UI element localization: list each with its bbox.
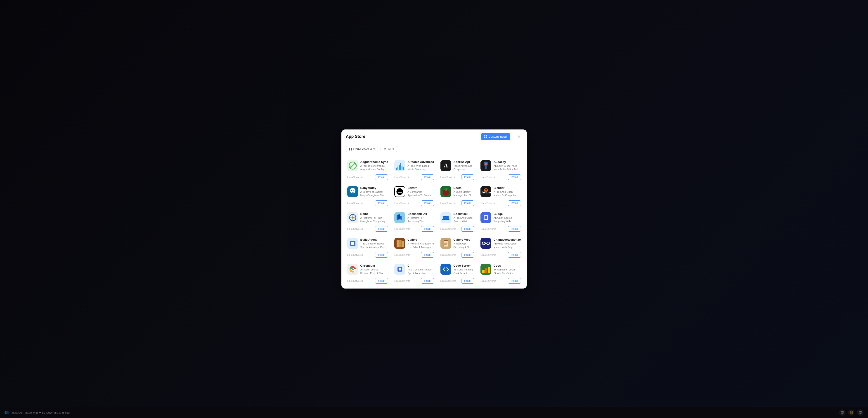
- app-info-blender: Blender A Free And Open-source 3d Comput…: [494, 186, 521, 197]
- app-desc-bookstack: A Free And Open Source Wiki Designed For…: [454, 216, 474, 223]
- app-desc-calibre-web: A Web App Providing A Clean Interface Fo…: [454, 242, 474, 249]
- svg-rect-52: [444, 240, 448, 241]
- app-footer-airsonic-advanced: LinuxServer.io Install: [394, 174, 434, 180]
- app-name-build-agent: Build Agent: [361, 238, 388, 241]
- install-button-audacity[interactable]: Install: [508, 174, 521, 180]
- app-desc-bazarr: A Companion Application To Sonarr And Ra…: [407, 190, 434, 197]
- install-button-calibre-web[interactable]: Install: [461, 252, 474, 258]
- app-desc-boinc: A Platform For High-throughput Computing…: [361, 216, 388, 223]
- apps-grid-container[interactable]: Adguardhome Sync A Tool To Synchronize A…: [341, 155, 527, 289]
- app-name-adguardhome-sync: Adguardhome Sync: [361, 160, 388, 164]
- svg-rect-4: [349, 148, 350, 149]
- install-button-boinc[interactable]: Install: [375, 226, 388, 232]
- app-name-calibre-web: Calibre Web: [454, 238, 474, 241]
- install-button-bazarr[interactable]: Install: [421, 200, 434, 206]
- app-info-chromium: Chromium An Open-source Browser Project …: [361, 264, 388, 275]
- app-info-changedetection-io: Changedetection.io Provides Free, Open-s…: [494, 238, 521, 249]
- app-icon-blender: blender: [480, 186, 491, 197]
- install-button-apprise-api[interactable]: Install: [461, 174, 474, 180]
- install-button-chromium[interactable]: Install: [375, 278, 388, 284]
- install-button-ci[interactable]: Install: [421, 278, 434, 284]
- svg-point-22: [351, 190, 352, 191]
- app-desc-audacity: An Easy-to-use, Multi-track Audio Editor…: [494, 164, 521, 171]
- custom-install-button[interactable]: Custom install: [481, 133, 510, 140]
- svg-rect-41: [443, 217, 449, 219]
- svg-rect-26: [398, 192, 402, 193]
- app-icon-bookstack: [440, 212, 451, 223]
- app-card-apprise-api: A Apprise Api Takes Advantage Of apprise…: [437, 157, 477, 183]
- svg-rect-0: [484, 135, 486, 136]
- app-footer-ci: LinuxServer.io Install: [394, 278, 434, 284]
- app-footer-booksonic-air: LinuxServer.io Install: [394, 226, 434, 232]
- app-card-top-bazarr: Bazarr A Companion Application To Sonarr…: [394, 186, 434, 197]
- svg-point-23: [353, 190, 354, 191]
- install-button-beets[interactable]: Install: [461, 200, 474, 206]
- install-button-budge[interactable]: Install: [508, 226, 521, 232]
- app-footer-code-server: LinuxServer.io Install: [440, 278, 474, 284]
- app-name-changedetection-io: Changedetection.io: [494, 238, 521, 241]
- svg-rect-5: [351, 148, 352, 149]
- app-info-bazarr: Bazarr A Companion Application To Sonarr…: [407, 186, 434, 197]
- app-icon-code-server: [440, 264, 451, 275]
- app-card-top-beets: Beets A Music Library Manager And Not, F…: [440, 186, 474, 197]
- app-card-top-budge: Budge An Open Source 'budgeting With Env…: [480, 212, 521, 223]
- user-filter-button[interactable]: All ▾: [380, 146, 397, 152]
- install-button-adguardhome-sync[interactable]: Install: [375, 174, 388, 180]
- svg-rect-19: [485, 166, 487, 169]
- app-footer-bookstack: LinuxServer.io Install: [440, 226, 474, 232]
- app-info-airsonic-advanced: Airsonic Advanced A Free, Web-based Medi…: [407, 160, 434, 171]
- app-footer-calibre: LinuxServer.io Install: [394, 252, 434, 258]
- svg-text:blender: blender: [480, 191, 491, 194]
- app-source-calibre: LinuxServer.io: [394, 254, 410, 256]
- app-card-calibre: C Calibre A Powerful And Easy To Use E-b…: [391, 235, 437, 261]
- app-card-changedetection-io: Changedetection.io Provides Free, Open-s…: [477, 235, 524, 261]
- app-footer-blender: LinuxServer.io Install: [480, 200, 521, 206]
- app-name-bookstack: Bookstack: [454, 212, 474, 216]
- app-name-calibre: Calibre: [407, 238, 434, 241]
- app-source-build-agent: LinuxServer.io: [347, 254, 363, 256]
- svg-rect-63: [399, 268, 401, 270]
- app-info-boinc: Boinc A Platform For High-throughput Com…: [361, 212, 388, 223]
- source-filter-button[interactable]: LinuxServer.io ▾: [346, 146, 378, 152]
- install-button-cops[interactable]: Install: [508, 278, 521, 284]
- app-info-ci: Ci This Container Needs Special Attentio…: [407, 264, 434, 275]
- app-icon-ci: [394, 264, 405, 275]
- install-button-booksonic-air[interactable]: Install: [421, 226, 434, 232]
- app-icon-build-agent: [347, 238, 358, 249]
- close-button[interactable]: ✕: [516, 133, 522, 140]
- app-source-ci: LinuxServer.io: [394, 280, 410, 282]
- install-button-blender[interactable]: Install: [508, 200, 521, 206]
- svg-point-57: [487, 242, 490, 245]
- user-filter-label: All: [388, 147, 391, 151]
- app-footer-calibre-web: LinuxServer.io Install: [440, 252, 474, 258]
- app-icon-budge: [480, 212, 491, 223]
- app-name-booksonic-air: Booksonic Air: [407, 212, 434, 216]
- app-source-bookstack: LinuxServer.io: [440, 228, 456, 230]
- app-footer-cops: LinuxServer.io Install: [480, 278, 521, 284]
- app-card-top-chromium: Chromium An Open-source Browser Project …: [347, 264, 388, 275]
- app-card-build-agent: Build Agent This Container Needs Special…: [344, 235, 392, 261]
- svg-text:A: A: [444, 162, 448, 169]
- svg-rect-40: [442, 219, 450, 220]
- app-name-blender: Blender: [494, 186, 521, 190]
- app-card-top-boinc: Boinc A Platform For High-throughput Com…: [347, 212, 388, 223]
- app-icon-babybuddy: [347, 186, 358, 197]
- app-source-apprise-api: LinuxServer.io: [440, 176, 456, 179]
- app-name-bazarr: Bazarr: [407, 186, 434, 190]
- install-button-code-server[interactable]: Install: [461, 278, 474, 284]
- modal-backdrop: App Store Custom install ✕: [0, 0, 868, 418]
- install-button-bookstack[interactable]: Install: [461, 226, 474, 232]
- app-source-cops: LinuxServer.io: [480, 280, 496, 282]
- app-name-apprise-api: Apprise Api: [454, 160, 474, 164]
- app-card-top-code-server: Code Server Vs Code Running On A Remote …: [440, 264, 474, 275]
- app-card-boinc: Boinc A Platform For High-throughput Com…: [344, 209, 392, 235]
- install-button-build-agent[interactable]: Install: [375, 252, 388, 258]
- install-button-changedetection-io[interactable]: Install: [508, 252, 521, 258]
- install-button-calibre[interactable]: Install: [421, 252, 434, 258]
- app-icon-beets: [440, 186, 451, 197]
- app-source-booksonic-air: LinuxServer.io: [394, 228, 410, 230]
- svg-rect-12: [399, 165, 400, 170]
- install-button-babybuddy[interactable]: Install: [375, 200, 388, 206]
- install-button-airsonic-advanced[interactable]: Install: [421, 174, 434, 180]
- app-card-top-ci: Ci This Container Needs Special Attentio…: [394, 264, 434, 275]
